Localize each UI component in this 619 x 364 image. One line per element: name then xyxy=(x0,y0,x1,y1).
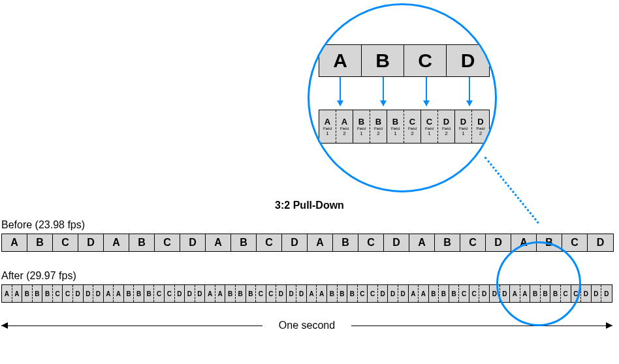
frame-cell: A xyxy=(409,234,435,251)
detail-field-cell: AField2 xyxy=(336,110,353,143)
detail-field-cell: DField2 xyxy=(472,110,489,143)
field-cell: B xyxy=(225,285,236,302)
field-cell: D xyxy=(500,285,511,302)
field-cell: D xyxy=(84,285,94,302)
field-cell: C xyxy=(63,285,73,302)
field-cell: C xyxy=(256,285,266,302)
field-cell: B xyxy=(347,285,358,302)
field-cell: A xyxy=(409,285,419,302)
detail-field-cell: BField1 xyxy=(387,110,404,143)
frame-cell: B xyxy=(435,234,460,251)
frame-cell: A xyxy=(308,234,333,251)
field-cell: A xyxy=(307,285,317,302)
field-cell: C xyxy=(469,285,480,302)
frame-cell: B xyxy=(333,234,358,251)
field-cell: A xyxy=(520,285,531,302)
frame-cell: D xyxy=(588,234,613,251)
detail-field-cell: AField1 xyxy=(319,110,336,143)
detail-field-cell: CField1 xyxy=(421,110,438,143)
frame-cell: D xyxy=(486,234,511,251)
detail-field-row: AField1AField2BField1BField2BField1CFiel… xyxy=(319,110,490,144)
field-cell: D xyxy=(93,285,104,302)
frame-cell: B xyxy=(231,234,257,251)
frame-cell: D xyxy=(384,234,409,251)
detail-source-cell: B xyxy=(362,45,404,76)
frame-cell: C xyxy=(155,234,180,251)
field-cell: C xyxy=(266,285,277,302)
field-cell: D xyxy=(592,285,602,302)
frame-cell: B xyxy=(27,234,53,251)
pulldown-arrow-icon xyxy=(469,77,470,106)
field-cell: B xyxy=(144,285,155,302)
pulldown-arrow-icon xyxy=(340,77,341,106)
field-cell: D xyxy=(601,285,612,302)
field-cell: D xyxy=(388,285,398,302)
before-frame-row: ABCDABCDABCDABCDABCDABCD xyxy=(1,234,614,252)
field-cell: B xyxy=(134,285,144,302)
frame-cell: D xyxy=(78,234,104,251)
range-arrow-right xyxy=(606,322,612,329)
frame-cell: C xyxy=(562,234,588,251)
frame-cell: B xyxy=(129,234,155,251)
field-cell: B xyxy=(439,285,449,302)
frame-cell: A xyxy=(104,234,129,251)
field-cell: B xyxy=(42,285,53,302)
field-cell: A xyxy=(2,285,12,302)
field-cell: D xyxy=(398,285,409,302)
frame-cell: A xyxy=(511,234,537,251)
field-cell: A xyxy=(419,285,429,302)
field-cell: C xyxy=(154,285,165,302)
field-cell: D xyxy=(490,285,500,302)
detail-field-cell: DField1 xyxy=(455,110,472,143)
frame-cell: D xyxy=(282,234,308,251)
field-cell: D xyxy=(479,285,490,302)
field-cell: C xyxy=(561,285,571,302)
field-cell: D xyxy=(296,285,307,302)
field-cell: B xyxy=(33,285,43,302)
magnifier-detail-circle: ABCD AField1AField2BField1BField2BField1… xyxy=(308,3,497,192)
field-cell: A xyxy=(215,285,226,302)
one-second-span: One second xyxy=(1,320,612,331)
field-cell: B xyxy=(327,285,338,302)
one-second-label: One second xyxy=(274,320,340,331)
frame-cell: D xyxy=(180,234,206,251)
pulldown-arrow-icon xyxy=(426,77,427,106)
field-cell: A xyxy=(205,285,215,302)
magnifier-connector xyxy=(484,157,539,224)
field-cell: B xyxy=(22,285,33,302)
field-cell: D xyxy=(276,285,287,302)
field-cell: D xyxy=(378,285,389,302)
field-cell: A xyxy=(317,285,327,302)
field-cell: D xyxy=(581,285,592,302)
after-field-row: AABBBCCDDDAABBBCCDDDAABBBCCDDDAABBBCCDDD… xyxy=(1,284,612,303)
field-cell: C xyxy=(165,285,175,302)
field-cell: D xyxy=(185,285,195,302)
field-cell: B xyxy=(550,285,561,302)
frame-cell: C xyxy=(460,234,486,251)
frame-cell: C xyxy=(257,234,282,251)
field-cell: D xyxy=(175,285,185,302)
field-cell: A xyxy=(114,285,124,302)
field-cell: C xyxy=(459,285,469,302)
field-cell: B xyxy=(124,285,135,302)
frame-cell: C xyxy=(358,234,384,251)
detail-field-cell: BField1 xyxy=(353,110,370,143)
frame-cell: B xyxy=(537,234,562,251)
field-cell: C xyxy=(368,285,378,302)
frame-cell: A xyxy=(2,234,27,251)
field-cell: B xyxy=(246,285,257,302)
magnifier-target-circle xyxy=(496,241,581,326)
field-cell: B xyxy=(429,285,439,302)
pulldown-arrow-icon xyxy=(383,77,384,106)
detail-source-cell: C xyxy=(404,45,447,76)
field-cell: B xyxy=(338,285,348,302)
field-cell: C xyxy=(358,285,368,302)
detail-source-cell: A xyxy=(319,45,362,76)
field-cell: D xyxy=(287,285,297,302)
detail-field-cell: DField2 xyxy=(438,110,455,143)
detail-source-row: ABCD xyxy=(319,44,490,77)
field-cell: C xyxy=(571,285,582,302)
frame-cell: A xyxy=(206,234,231,251)
field-cell: D xyxy=(73,285,84,302)
after-label: After (29.97 fps) xyxy=(1,270,76,282)
